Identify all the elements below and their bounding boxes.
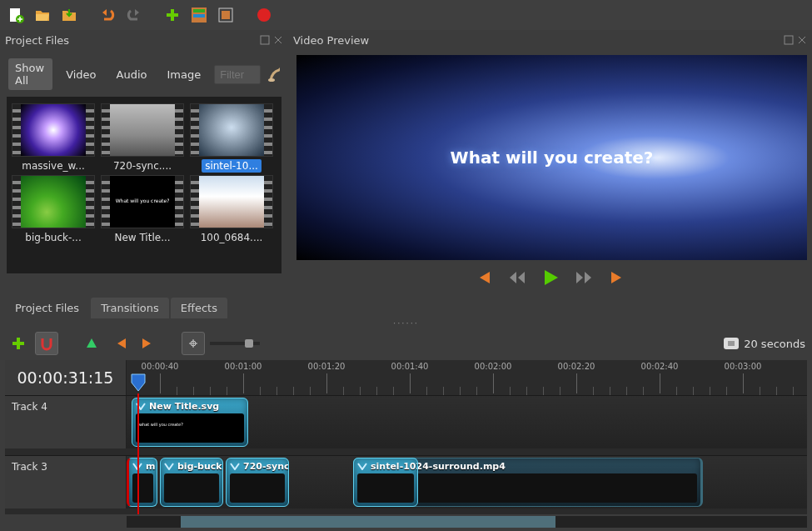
filter-show-all[interactable]: Show All bbox=[8, 58, 52, 90]
timeline: 00:00:31:15 00:00:4000:01:0000:01:2000:0… bbox=[5, 360, 807, 514]
jump-end-button[interactable] bbox=[606, 267, 628, 288]
project-item[interactable]: sintel-10... bbox=[188, 103, 275, 173]
timeline-scrollbar[interactable] bbox=[127, 516, 807, 528]
zoom-label: 20 seconds bbox=[744, 338, 805, 350]
detach-panel-icon[interactable] bbox=[260, 35, 270, 45]
project-item-label: 720-sync.... bbox=[110, 159, 175, 173]
jump-start-button[interactable] bbox=[473, 267, 495, 288]
svg-point-7 bbox=[257, 8, 271, 22]
timeline-clip[interactable]: sintel-1024-surround.mp4 bbox=[353, 458, 418, 507]
track-body[interactable]: New Title.svgwhat will you create? bbox=[127, 396, 807, 448]
import-files-button[interactable] bbox=[162, 4, 183, 26]
undo-button[interactable] bbox=[97, 4, 118, 26]
export-video-button[interactable] bbox=[253, 4, 275, 26]
project-item-label: 100_0684.... bbox=[197, 231, 267, 244]
zoom-indicator-icon bbox=[724, 338, 739, 349]
project-files-grid: massive_w...720-sync....sintel-10...big-… bbox=[7, 97, 281, 273]
previous-marker-button[interactable] bbox=[108, 332, 132, 355]
close-preview-icon[interactable] bbox=[797, 35, 807, 45]
filter-input[interactable] bbox=[214, 65, 261, 84]
filter-audio[interactable]: Audio bbox=[110, 65, 154, 84]
detach-preview-icon[interactable] bbox=[784, 35, 794, 45]
timeline-clip[interactable]: big-buck- bbox=[160, 458, 223, 507]
project-item[interactable]: 100_0684.... bbox=[188, 175, 275, 244]
project-item-label: New Title... bbox=[111, 231, 173, 244]
clip-type-icon bbox=[230, 460, 240, 470]
add-track-button[interactable] bbox=[7, 332, 30, 355]
project-item[interactable]: massive_w... bbox=[10, 103, 97, 173]
project-item-label: big-buck-... bbox=[22, 231, 84, 244]
track-body[interactable]: mbig-buck-720-sync.mp4sintel-1024-surrou… bbox=[127, 456, 807, 508]
clear-filter-icon[interactable] bbox=[267, 65, 280, 83]
svg-point-9 bbox=[268, 78, 275, 82]
open-project-button[interactable] bbox=[32, 4, 53, 26]
center-playhead-button[interactable] bbox=[182, 332, 205, 355]
new-project-button[interactable] bbox=[5, 4, 27, 26]
fullscreen-button[interactable] bbox=[215, 4, 237, 26]
add-marker-button[interactable] bbox=[80, 332, 103, 355]
project-item[interactable]: big-buck-... bbox=[10, 175, 97, 244]
panel-drag-handle[interactable]: ······ bbox=[0, 318, 812, 327]
playhead[interactable] bbox=[131, 373, 146, 395]
playhead-line bbox=[137, 393, 139, 514]
timeline-current-time: 00:00:31:15 bbox=[5, 360, 127, 395]
play-button[interactable] bbox=[540, 267, 561, 288]
save-project-button[interactable] bbox=[58, 4, 80, 26]
video-preview[interactable]: What will you create? bbox=[296, 55, 807, 260]
rewind-button[interactable] bbox=[506, 267, 528, 288]
project-item[interactable]: 720-sync.... bbox=[99, 103, 186, 173]
main-toolbar bbox=[0, 0, 812, 30]
clip-label: big-buck- bbox=[177, 461, 223, 472]
svg-rect-3 bbox=[193, 9, 205, 13]
preview-overlay-text: What will you create? bbox=[451, 148, 654, 168]
choose-profile-button[interactable] bbox=[188, 4, 210, 26]
redo-button[interactable] bbox=[123, 4, 145, 26]
next-marker-button[interactable] bbox=[137, 332, 160, 355]
timeline-clip[interactable]: m bbox=[127, 458, 157, 507]
zoom-slider[interactable] bbox=[210, 342, 260, 345]
track-header[interactable]: Track 3 bbox=[5, 456, 127, 508]
tab-transitions[interactable]: Transitions bbox=[91, 298, 169, 318]
svg-rect-4 bbox=[193, 14, 205, 18]
track-header[interactable]: Track 4 bbox=[5, 396, 127, 448]
tab-project-files[interactable]: Project Files bbox=[5, 298, 89, 318]
project-item-label: sintel-10... bbox=[202, 159, 262, 173]
snap-button[interactable] bbox=[35, 332, 58, 355]
clip-label: New Title.svg bbox=[149, 401, 219, 412]
timeline-ruler[interactable]: 00:00:4000:01:0000:01:2000:01:4000:02:00… bbox=[127, 360, 807, 395]
svg-rect-8 bbox=[261, 36, 269, 44]
filter-video[interactable]: Video bbox=[59, 65, 102, 84]
project-item-label: massive_w... bbox=[18, 159, 88, 173]
video-preview-title: Video Preview bbox=[293, 34, 369, 47]
close-panel-icon[interactable] bbox=[273, 35, 283, 45]
filter-image[interactable]: Image bbox=[161, 65, 208, 84]
fast-forward-button[interactable] bbox=[573, 267, 595, 288]
timeline-clip[interactable]: 720-sync.mp4 bbox=[226, 458, 289, 507]
project-item[interactable]: What will you create?New Title... bbox=[99, 175, 186, 244]
svg-rect-10 bbox=[785, 36, 793, 44]
project-files-title: Project Files bbox=[5, 34, 69, 47]
clip-label: m bbox=[146, 461, 155, 472]
timeline-clip[interactable]: New Title.svgwhat will you create? bbox=[132, 398, 248, 447]
clip-type-icon bbox=[164, 460, 174, 470]
clip-label: 720-sync.mp4 bbox=[243, 461, 289, 472]
svg-rect-6 bbox=[222, 11, 230, 19]
tab-effects[interactable]: Effects bbox=[171, 298, 227, 318]
